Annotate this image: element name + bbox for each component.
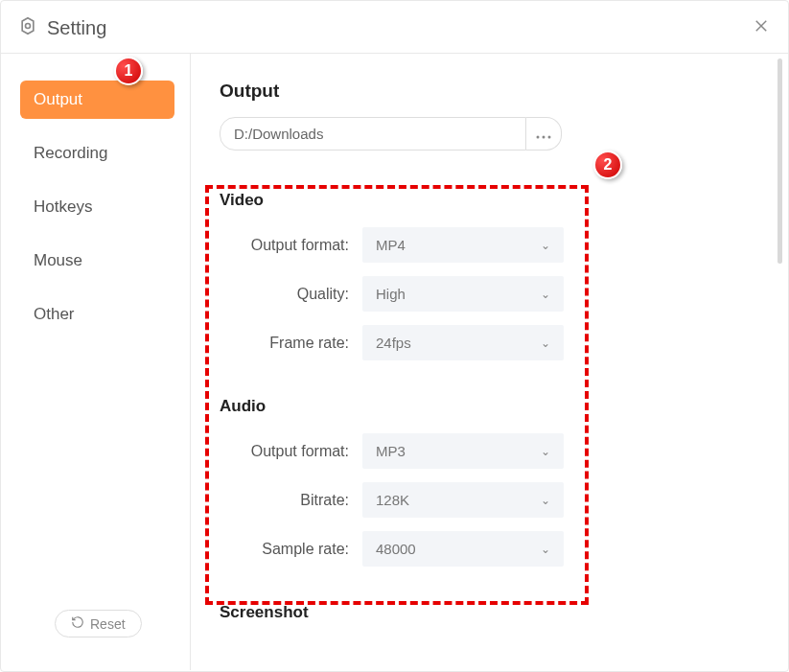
sidebar-item-mouse[interactable]: Mouse <box>20 242 174 280</box>
audio-format-row: Output format: MP3 ⌄ <box>220 433 759 469</box>
svg-point-4 <box>537 135 540 138</box>
audio-format-select[interactable]: MP3 ⌄ <box>362 433 564 469</box>
select-value: High <box>376 286 406 302</box>
reset-button[interactable]: Reset <box>55 610 142 637</box>
video-framerate-select[interactable]: 24fps ⌄ <box>362 325 564 360</box>
output-path-row <box>220 117 759 151</box>
chevron-down-icon: ⌄ <box>541 445 550 458</box>
browse-button[interactable] <box>526 117 562 151</box>
reset-label: Reset <box>90 616 126 632</box>
output-path-input[interactable] <box>220 117 526 151</box>
close-button[interactable] <box>750 14 773 37</box>
video-framerate-label: Frame rate: <box>220 335 349 352</box>
video-section: Video Output format: MP4 ⌄ Quality: High… <box>220 191 759 360</box>
sidebar-item-label: Mouse <box>34 251 82 269</box>
settings-icon <box>18 16 37 39</box>
settings-dialog: Setting Output Recording Hotkeys Mouse O… <box>0 0 789 672</box>
dialog-body: Output Recording Hotkeys Mouse Other <box>1 54 788 670</box>
video-format-select[interactable]: MP4 ⌄ <box>362 227 564 263</box>
sidebar-item-output[interactable]: Output <box>20 81 174 119</box>
chevron-down-icon: ⌄ <box>541 239 550 252</box>
select-value: MP4 <box>376 237 406 253</box>
video-format-label: Output format: <box>220 237 349 254</box>
select-value: 128K <box>376 492 409 508</box>
chevron-down-icon: ⌄ <box>541 494 550 507</box>
ellipsis-icon <box>536 126 551 143</box>
audio-bitrate-label: Bitrate: <box>220 492 349 509</box>
svg-point-5 <box>543 135 545 138</box>
svg-point-6 <box>548 135 551 138</box>
video-framerate-row: Frame rate: 24fps ⌄ <box>220 325 759 360</box>
sidebar-item-label: Hotkeys <box>34 197 92 216</box>
reset-icon <box>71 615 84 632</box>
select-value: 24fps <box>376 335 411 351</box>
output-section-title: Output <box>220 81 759 102</box>
audio-samplerate-row: Sample rate: 48000 ⌄ <box>220 531 759 567</box>
sidebar-item-hotkeys[interactable]: Hotkeys <box>20 188 174 226</box>
sidebar-item-label: Recording <box>34 144 108 162</box>
video-section-title: Video <box>220 191 759 210</box>
sidebar-item-recording[interactable]: Recording <box>20 134 174 173</box>
video-quality-select[interactable]: High ⌄ <box>362 276 564 312</box>
audio-section: Audio Output format: MP3 ⌄ Bitrate: 128K… <box>220 397 759 567</box>
audio-bitrate-select[interactable]: 128K ⌄ <box>362 482 564 518</box>
audio-section-title: Audio <box>220 397 759 416</box>
sidebar-item-label: Output <box>34 90 82 108</box>
audio-samplerate-label: Sample rate: <box>220 541 349 558</box>
screenshot-section-title: Screenshot <box>220 603 759 622</box>
chevron-down-icon: ⌄ <box>541 543 550 556</box>
chevron-down-icon: ⌄ <box>541 336 550 350</box>
dialog-title: Setting <box>47 17 106 39</box>
select-value: MP3 <box>376 443 406 459</box>
scrollbar[interactable] <box>777 58 782 264</box>
sidebar-item-other[interactable]: Other <box>20 295 174 334</box>
dialog-header: Setting <box>1 1 788 54</box>
sidebar-item-label: Other <box>34 305 75 323</box>
video-quality-label: Quality: <box>220 286 349 303</box>
chevron-down-icon: ⌄ <box>541 288 550 301</box>
video-format-row: Output format: MP4 ⌄ <box>220 227 759 263</box>
sidebar: Output Recording Hotkeys Mouse Other <box>1 54 191 670</box>
svg-marker-0 <box>22 18 34 35</box>
content-panel: Output Video Output format: <box>191 54 788 670</box>
svg-point-1 <box>26 24 31 29</box>
select-value: 48000 <box>376 541 416 557</box>
audio-samplerate-select[interactable]: 48000 ⌄ <box>362 531 564 567</box>
audio-format-label: Output format: <box>220 443 349 460</box>
audio-bitrate-row: Bitrate: 128K ⌄ <box>220 482 759 518</box>
video-quality-row: Quality: High ⌄ <box>220 276 759 312</box>
